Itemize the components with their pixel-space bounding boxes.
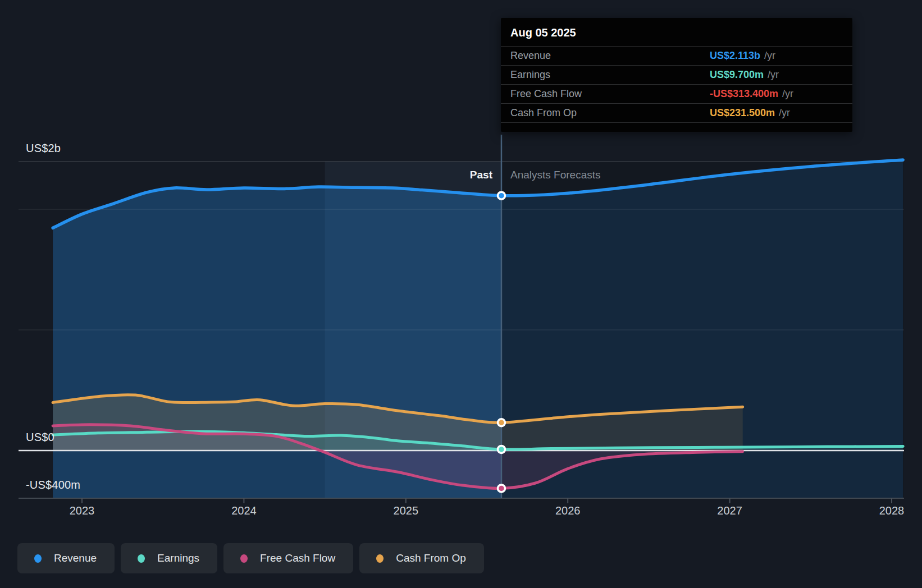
tooltip-row-revenue: RevenueUS$2.113b/yr — [501, 46, 852, 65]
tooltip-row-unit: /yr — [779, 107, 790, 119]
forecast-zone-label: Analysts Forecasts — [510, 169, 601, 181]
legend-item-label: Revenue — [54, 552, 97, 564]
x-axis-label-2028: 2028 — [858, 504, 922, 517]
tooltip-row-unit: /yr — [768, 69, 779, 81]
chart-legend: RevenueEarningsFree Cash FlowCash From O… — [17, 543, 484, 573]
tooltip-row-label: Free Cash Flow — [510, 88, 710, 100]
legend-item-label: Earnings — [157, 552, 199, 564]
legend-item-revenue[interactable]: Revenue — [17, 543, 115, 573]
legend-item-label: Cash From Op — [396, 552, 466, 564]
legend-item-label: Free Cash Flow — [260, 552, 335, 564]
y-axis-label-2: -US$400m — [26, 478, 80, 491]
tooltip-date: Aug 05 2025 — [501, 18, 852, 46]
tooltip-row-value: US$2.113b — [710, 50, 760, 62]
tooltip-row-label: Cash From Op — [510, 107, 710, 119]
chart-tooltip: Aug 05 2025 RevenueUS$2.113b/yrEarningsU… — [501, 18, 852, 132]
tooltip-row-value: US$231.500m — [710, 107, 775, 119]
x-axis-label-2027: 2027 — [696, 504, 764, 517]
legend-dot-free-cash-flow — [240, 554, 248, 563]
x-axis-label-2025: 2025 — [372, 504, 440, 517]
earnings-revenue-growth-chart: US$2bUS$0-US$400m 2023202420252026202720… — [0, 0, 922, 588]
x-axis-label-2026: 2026 — [534, 504, 601, 517]
tooltip-row-free-cash-flow: Free Cash Flow-US$313.400m/yr — [501, 84, 852, 103]
x-axis-label-2024: 2024 — [210, 504, 277, 517]
legend-dot-revenue — [34, 554, 42, 563]
legend-item-earnings[interactable]: Earnings — [121, 543, 217, 573]
tooltip-row-label: Earnings — [510, 69, 710, 81]
y-axis-label-1: US$0 — [26, 430, 54, 444]
tooltip-row-cash-from-op: Cash From OpUS$231.500m/yr — [501, 103, 852, 122]
legend-item-free-cash-flow[interactable]: Free Cash Flow — [223, 543, 353, 573]
y-axis-label-0: US$2b — [26, 141, 61, 155]
legend-dot-cash-from-op — [376, 554, 384, 563]
marker-earnings[interactable] — [497, 445, 505, 453]
legend-item-cash-from-op[interactable]: Cash From Op — [359, 543, 484, 573]
tooltip-row-value: -US$313.400m — [710, 88, 778, 100]
tooltip-row-unit: /yr — [782, 88, 793, 100]
tooltip-row-value: US$9.700m — [710, 69, 764, 81]
past-zone-label: Past — [363, 169, 492, 181]
x-axis-label-2023: 2023 — [48, 504, 116, 517]
tooltip-row-unit: /yr — [764, 50, 775, 62]
marker-cash-from-op[interactable] — [497, 419, 505, 426]
marker-revenue[interactable] — [497, 192, 505, 199]
marker-free-cash-flow[interactable] — [497, 485, 505, 492]
tooltip-row-earnings: EarningsUS$9.700m/yr — [501, 65, 852, 84]
tooltip-row-label: Revenue — [510, 50, 710, 62]
legend-dot-earnings — [138, 554, 145, 563]
tooltip-rows: RevenueUS$2.113b/yrEarningsUS$9.700m/yrF… — [501, 46, 852, 123]
